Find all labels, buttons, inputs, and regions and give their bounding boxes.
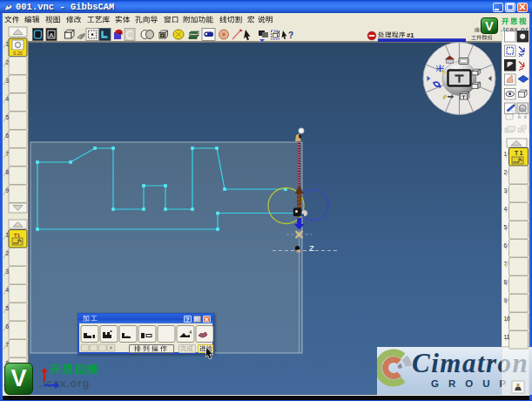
svg-text:7: 7: [6, 342, 10, 348]
svg-text:7: 7: [6, 151, 10, 157]
svg-text:2: 2: [6, 250, 10, 256]
svg-text:5: 5: [6, 114, 10, 120]
svg-text:1: 1: [504, 151, 508, 157]
svg-text:T1: T1: [14, 233, 21, 238]
svg-text:0.20: 0.20: [13, 51, 23, 56]
svg-text:3: 3: [504, 187, 508, 194]
svg-text:9: 9: [6, 187, 10, 194]
svg-text:6: 6: [6, 323, 10, 330]
svg-text:T 1: T 1: [515, 150, 523, 156]
svg-text:5: 5: [504, 224, 508, 230]
svg-text:2: 2: [504, 169, 508, 175]
svg-text:Z: Z: [309, 243, 314, 253]
svg-text:1: 1: [6, 41, 10, 47]
svg-text:1: 1: [6, 232, 10, 238]
svg-text:7: 7: [504, 261, 508, 267]
svg-text:8: 8: [6, 169, 10, 175]
svg-text:3: 3: [6, 268, 10, 275]
svg-text:8: 8: [504, 279, 508, 285]
svg-text:10: 10: [504, 316, 511, 322]
svg-text:6: 6: [504, 242, 508, 248]
svg-text:4: 4: [504, 206, 508, 212]
svg-text:?: ?: [288, 31, 293, 40]
svg-text:A: A: [49, 31, 54, 39]
svg-text:3: 3: [6, 78, 10, 84]
svg-text:2: 2: [6, 59, 10, 65]
svg-text:9: 9: [504, 297, 508, 303]
svg-text:11: 11: [504, 334, 510, 340]
svg-text:4: 4: [6, 96, 10, 102]
svg-text:5: 5: [6, 305, 10, 311]
svg-text:4: 4: [6, 287, 10, 293]
svg-text:6: 6: [6, 133, 10, 139]
